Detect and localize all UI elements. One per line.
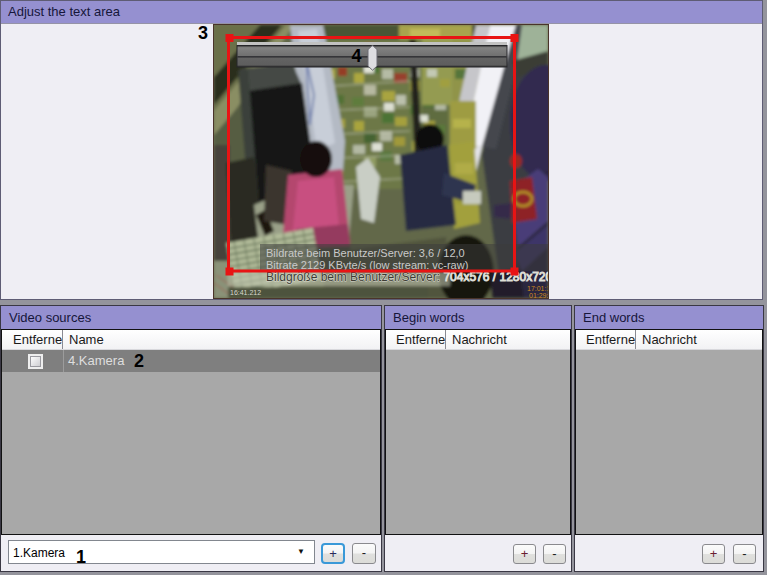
svg-text:16:41.212: 16:41.212 <box>230 289 261 296</box>
svg-text:01:29:0: 01:29:0 <box>529 292 548 298</box>
svg-text:17:01:1: 17:01:1 <box>527 285 548 292</box>
svg-text:4: 4 <box>351 46 361 66</box>
svg-text:Bitrate 2129 KByte/s (low stre: Bitrate 2129 KByte/s (low stream: vc-raw… <box>266 259 468 271</box>
svg-text:Bildrate beim Benutzer/Server:: Bildrate beim Benutzer/Server: 3,6 / 12,… <box>266 247 465 259</box>
